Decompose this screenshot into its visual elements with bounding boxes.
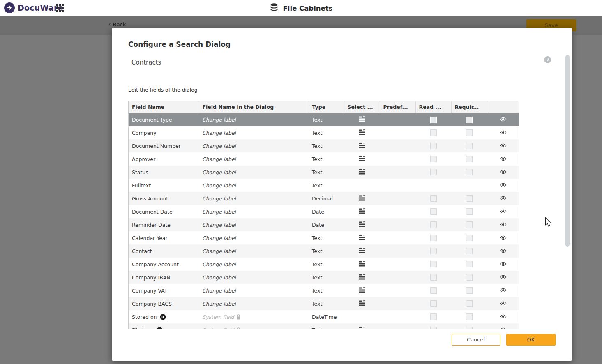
required-checkbox[interactable] [466, 129, 473, 136]
table-row[interactable]: File type System field Text [129, 323, 519, 329]
select-list-icon[interactable] [344, 113, 380, 126]
change-label-link[interactable]: Change label [199, 152, 309, 166]
visibility-eye-icon[interactable] [487, 205, 519, 218]
required-checkbox[interactable] [466, 274, 473, 281]
read-only-checkbox[interactable] [430, 117, 437, 123]
select-list-icon[interactable] [344, 284, 380, 297]
select-list-icon[interactable] [344, 258, 380, 271]
required-checkbox[interactable] [466, 300, 473, 307]
table-row[interactable]: Company VATChange labelText [129, 284, 519, 297]
read-only-checkbox[interactable] [430, 274, 437, 281]
docuware-brand[interactable]: DocuWare [4, 2, 63, 13]
visibility-eye-icon[interactable] [487, 284, 519, 297]
cancel-button[interactable]: Cancel [452, 334, 500, 346]
select-list-icon[interactable] [344, 244, 380, 258]
required-checkbox[interactable] [466, 313, 473, 320]
visibility-eye-icon[interactable] [487, 297, 519, 310]
select-list-icon[interactable] [344, 126, 380, 139]
change-label-link[interactable]: Change label [199, 139, 309, 152]
change-label-link[interactable]: Change label [199, 126, 309, 139]
read-only-checkbox[interactable] [430, 287, 437, 294]
required-checkbox[interactable] [466, 156, 473, 162]
change-label-link[interactable]: Change label [199, 218, 309, 231]
visibility-eye-icon[interactable] [487, 113, 519, 126]
change-label-link[interactable]: Change label [199, 113, 309, 126]
table-row[interactable]: Reminder DateChange labelDate [129, 218, 519, 231]
read-only-checkbox[interactable] [430, 313, 437, 320]
select-list-icon[interactable] [344, 218, 380, 231]
select-list-icon[interactable] [344, 205, 380, 218]
change-label-link[interactable]: Change label [199, 297, 309, 310]
change-label-link[interactable]: Change label [199, 271, 309, 284]
required-checkbox[interactable] [466, 195, 473, 202]
change-label-link[interactable]: Change label [199, 231, 309, 244]
read-only-checkbox[interactable] [430, 156, 437, 162]
modal-scrollbar-thumb[interactable] [565, 55, 570, 247]
visibility-eye-icon[interactable] [487, 139, 519, 152]
visibility-eye-icon[interactable] [487, 126, 519, 139]
change-label-link[interactable]: Change label [199, 192, 309, 205]
visibility-eye-icon[interactable] [487, 218, 519, 231]
read-only-checkbox[interactable] [430, 327, 437, 329]
table-row[interactable]: CompanyChange labelText [129, 126, 519, 139]
read-only-checkbox[interactable] [430, 129, 437, 136]
required-checkbox[interactable] [466, 235, 473, 241]
table-row[interactable]: Document DateChange labelDate [129, 205, 519, 218]
required-checkbox[interactable] [466, 287, 473, 294]
select-list-icon[interactable] [344, 297, 380, 310]
required-checkbox[interactable] [466, 143, 473, 149]
visibility-eye-icon[interactable] [487, 323, 519, 329]
read-only-checkbox[interactable] [430, 248, 437, 254]
read-only-checkbox[interactable] [430, 195, 437, 202]
select-list-icon[interactable] [344, 323, 380, 329]
visibility-eye-icon[interactable] [487, 179, 519, 192]
table-row[interactable]: Gross AmountChange labelDecimal [129, 192, 519, 205]
change-label-link[interactable]: Change label [199, 284, 309, 297]
visibility-eye-icon[interactable] [487, 271, 519, 284]
read-only-checkbox[interactable] [430, 221, 437, 228]
select-list-icon[interactable] [344, 192, 380, 205]
required-checkbox[interactable] [466, 248, 473, 254]
select-list-icon[interactable] [344, 271, 380, 284]
change-label-link[interactable]: Change label [199, 166, 309, 179]
change-label-link[interactable]: Change label [199, 179, 309, 192]
read-only-checkbox[interactable] [430, 235, 437, 241]
required-checkbox[interactable] [466, 117, 473, 123]
select-list-icon[interactable] [344, 231, 380, 244]
visibility-eye-icon[interactable] [487, 244, 519, 258]
required-checkbox[interactable] [466, 261, 473, 267]
visibility-eye-icon[interactable] [487, 166, 519, 179]
table-row[interactable]: Calendar YearChange labelText [129, 231, 519, 244]
required-checkbox[interactable] [466, 221, 473, 228]
back-link[interactable]: ‹Back [108, 21, 126, 28]
visibility-eye-icon[interactable] [487, 310, 519, 323]
read-only-checkbox[interactable] [430, 300, 437, 307]
select-list-icon[interactable] [344, 139, 380, 152]
required-checkbox[interactable] [466, 327, 473, 329]
read-only-checkbox[interactable] [430, 261, 437, 267]
table-row[interactable]: FulltextChange labelText [129, 179, 519, 192]
table-row[interactable]: Document TypeChange labelText [129, 113, 519, 126]
visibility-eye-icon[interactable] [487, 231, 519, 244]
read-only-checkbox[interactable] [430, 208, 437, 215]
table-row[interactable]: Company IBANChange labelText [129, 271, 519, 284]
table-row[interactable]: ApproverChange labelText [129, 152, 519, 166]
table-row[interactable]: ContactChange labelText [129, 244, 519, 258]
table-row[interactable]: StatusChange labelText [129, 166, 519, 179]
visibility-eye-icon[interactable] [487, 192, 519, 205]
system-field-circle-arrow-icon[interactable] [160, 314, 166, 320]
table-row[interactable]: Company AccountChange labelText [129, 258, 519, 271]
select-list-icon[interactable] [344, 152, 380, 166]
change-label-link[interactable]: Change label [199, 258, 309, 271]
ok-button[interactable]: OK [506, 334, 556, 346]
system-field-circle-arrow-icon[interactable] [157, 327, 163, 329]
read-only-checkbox[interactable] [430, 143, 437, 149]
change-label-link[interactable]: Change label [199, 244, 309, 258]
table-row[interactable]: Document NumberChange labelText [129, 139, 519, 152]
table-row[interactable]: Company BACSChange labelText [129, 297, 519, 310]
visibility-eye-icon[interactable] [487, 152, 519, 166]
visibility-eye-icon[interactable] [487, 258, 519, 271]
required-checkbox[interactable] [466, 169, 473, 175]
apps-grid-icon[interactable] [56, 4, 65, 12]
info-icon[interactable]: i [544, 56, 551, 63]
